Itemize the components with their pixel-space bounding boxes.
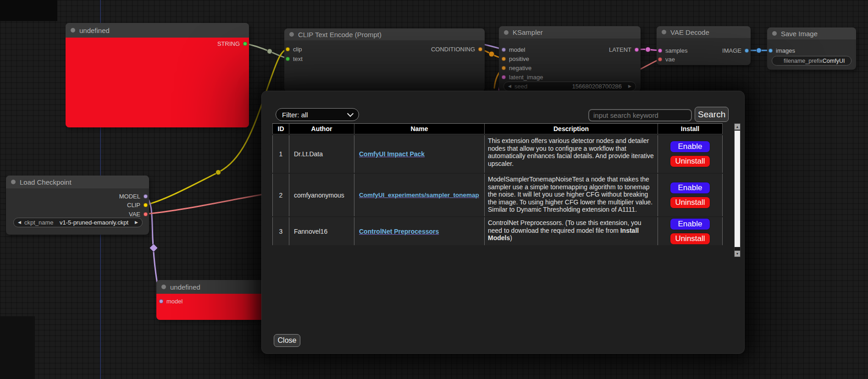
node-vae-decode[interactable]: VAE Decode samples vae IMAGE bbox=[657, 26, 751, 65]
link-reroute-dot-conditioning[interactable] bbox=[489, 51, 494, 57]
node-status-dot bbox=[11, 180, 16, 184]
table-row: 1 Dr.Lt.Data ComfyUI Impact Pack This ex… bbox=[272, 135, 723, 173]
widget-value: 156680208700286 bbox=[572, 83, 622, 90]
input-port-samples[interactable] bbox=[658, 49, 662, 53]
widget-label: ckpt_name bbox=[24, 219, 54, 226]
input-port-model[interactable] bbox=[159, 299, 163, 303]
table-row: 3 Fannovel16 ControlNet Preprocessors Co… bbox=[272, 217, 723, 245]
output-port-conditioning[interactable] bbox=[478, 47, 482, 51]
node-header[interactable]: KSampler bbox=[499, 26, 641, 38]
enable-button[interactable]: Enable bbox=[670, 218, 710, 230]
input-label-clip: clip bbox=[293, 46, 302, 53]
ckpt-name-widget[interactable]: ◀ ckpt_name v1-5-pruned-emaonly.ckpt ▶ bbox=[13, 218, 143, 227]
node-header[interactable]: VAE Decode bbox=[657, 26, 751, 38]
chevron-left-icon[interactable]: ◀ bbox=[18, 220, 21, 225]
search-input[interactable] bbox=[588, 109, 692, 121]
input-port-text[interactable] bbox=[286, 57, 290, 61]
uninstall-button[interactable]: Uninstall bbox=[670, 155, 710, 167]
node-status-dot bbox=[504, 30, 509, 35]
scroll-down-icon[interactable]: ▼ bbox=[735, 251, 740, 257]
node-header[interactable]: undefined bbox=[156, 280, 264, 294]
widget-label: seed bbox=[514, 83, 527, 90]
cell-author: Dr.Lt.Data bbox=[289, 135, 354, 173]
node-header[interactable]: Load Checkpoint bbox=[6, 176, 149, 188]
chevron-left-icon[interactable]: ◀ bbox=[508, 84, 511, 88]
output-label-latent: LATENT bbox=[609, 46, 631, 53]
node-header[interactable]: undefined bbox=[66, 23, 249, 38]
enable-button[interactable]: Enable bbox=[670, 141, 710, 153]
chevron-right-icon[interactable]: ▶ bbox=[628, 84, 631, 88]
input-port-vae[interactable] bbox=[658, 57, 662, 61]
node-status-dot bbox=[772, 31, 777, 36]
link-reroute-diamond-model[interactable] bbox=[149, 244, 158, 252]
link-reroute-dot-latent[interactable] bbox=[646, 47, 651, 52]
node-title: KSampler bbox=[513, 28, 543, 36]
uninstall-button[interactable]: Uninstall bbox=[670, 197, 710, 209]
extension-link[interactable]: ComfyUI Impact Pack bbox=[359, 150, 425, 158]
link-reroute-dot-image[interactable] bbox=[757, 48, 762, 53]
node-title: undefined bbox=[170, 283, 200, 291]
extension-link[interactable]: ComfyUI_experiments/sampler_tonemap bbox=[359, 192, 479, 198]
node-title: Load Checkpoint bbox=[20, 178, 72, 186]
enable-button[interactable]: Enable bbox=[670, 182, 710, 194]
comfyui-canvas[interactable]: undefined STRING CLIP Text Encode (Promp… bbox=[0, 0, 868, 379]
node-status-dot bbox=[289, 32, 294, 37]
header-description: Description bbox=[485, 124, 658, 134]
seed-widget[interactable]: ◀ seed 156680208700286 ▶ bbox=[503, 82, 636, 91]
chevron-down-icon bbox=[347, 110, 354, 117]
node-save-image[interactable]: Save Image images filename_prefix ComfyU… bbox=[767, 27, 856, 70]
node-ksampler[interactable]: KSampler model positive negative latent_… bbox=[499, 26, 641, 92]
table-row: 2 comfyanonymous ComfyUI_experiments/sam… bbox=[272, 174, 723, 216]
output-label-string: STRING bbox=[217, 40, 240, 47]
widget-label: filename_prefix bbox=[784, 58, 823, 64]
cell-id: 1 bbox=[272, 135, 289, 173]
close-button[interactable]: Close bbox=[274, 334, 300, 347]
node-clip-text-encode[interactable]: CLIP Text Encode (Prompt) clip text COND… bbox=[284, 28, 485, 92]
input-port-negative[interactable] bbox=[502, 66, 506, 70]
uninstall-button[interactable]: Uninstall bbox=[670, 233, 710, 245]
cell-description: This extension offers various detector n… bbox=[485, 135, 658, 173]
output-port-string[interactable] bbox=[243, 42, 247, 46]
node-status-dot bbox=[161, 285, 166, 289]
output-port-model[interactable] bbox=[144, 194, 148, 198]
header-author: Author bbox=[289, 124, 354, 134]
input-label-text: text bbox=[293, 55, 303, 62]
link-string-to-text bbox=[245, 44, 288, 59]
output-port-latent[interactable] bbox=[635, 48, 639, 52]
input-port-clip[interactable] bbox=[286, 47, 290, 51]
input-label-positive: positive bbox=[509, 55, 529, 62]
node-title: CLIP Text Encode (Prompt) bbox=[298, 31, 381, 38]
node-undefined-bottom[interactable]: undefined model bbox=[156, 280, 264, 320]
input-port-latent-image[interactable] bbox=[502, 75, 506, 79]
header-name: Name bbox=[354, 124, 485, 134]
scroll-up-icon[interactable]: ▲ bbox=[735, 124, 740, 130]
search-button[interactable]: Search bbox=[695, 107, 729, 122]
node-header[interactable]: CLIP Text Encode (Prompt) bbox=[284, 28, 485, 40]
input-port-images[interactable] bbox=[768, 49, 773, 53]
output-port-clip[interactable] bbox=[144, 203, 148, 207]
node-undefined-top[interactable]: undefined STRING bbox=[66, 23, 249, 127]
scrollbar[interactable]: ▲ ▼ bbox=[734, 123, 741, 257]
extension-table: ID Author Name Description Install 1 Dr.… bbox=[272, 123, 723, 246]
scrollbar-thumb[interactable] bbox=[735, 131, 740, 247]
input-label-model: model bbox=[509, 46, 525, 53]
output-port-vae[interactable] bbox=[144, 212, 148, 216]
node-header[interactable]: Save Image bbox=[767, 27, 856, 39]
filename-prefix-widget[interactable]: filename_prefix ComfyUI bbox=[772, 56, 851, 66]
widget-value: ComfyUI bbox=[823, 58, 845, 64]
link-vae-left-segment bbox=[146, 194, 263, 214]
filter-select[interactable]: Filter: all bbox=[276, 108, 359, 121]
chevron-right-icon[interactable]: ▶ bbox=[135, 220, 138, 225]
link-reroute-dot-clip[interactable] bbox=[216, 170, 221, 175]
input-port-model[interactable] bbox=[502, 48, 506, 52]
node-title: undefined bbox=[79, 27, 110, 34]
input-label-negative: negative bbox=[509, 65, 531, 71]
link-reroute-dot-string[interactable] bbox=[267, 49, 272, 54]
output-port-image[interactable] bbox=[745, 49, 749, 53]
input-port-positive[interactable] bbox=[502, 57, 506, 61]
output-label-image: IMAGE bbox=[722, 47, 741, 54]
cell-id: 3 bbox=[272, 217, 289, 245]
table-header-row: ID Author Name Description Install bbox=[272, 123, 723, 134]
extension-link[interactable]: ControlNet Preprocessors bbox=[359, 228, 439, 235]
node-load-checkpoint[interactable]: Load Checkpoint MODEL CLIP VAE ◀ ckpt_na… bbox=[6, 176, 149, 235]
